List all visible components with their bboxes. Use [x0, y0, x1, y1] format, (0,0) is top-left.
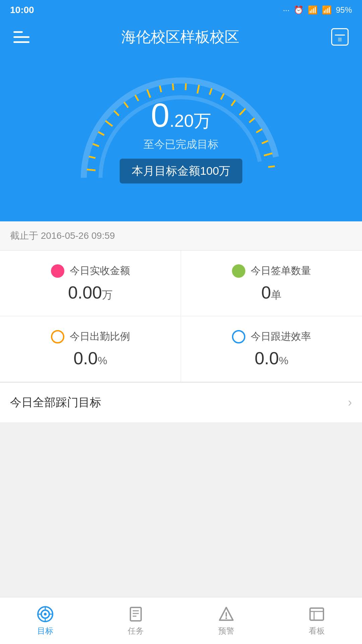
- dots-icon: ···: [283, 5, 290, 15]
- target-icon: [37, 605, 54, 623]
- svg-line-3: [93, 144, 99, 146]
- stat-unit-income: 万: [102, 289, 113, 301]
- stat-value-orders: 0单: [261, 282, 282, 303]
- svg-line-21: [264, 153, 272, 156]
- svg-line-5: [106, 121, 113, 126]
- gauge-center: 0.20万 至今已完成目标 本月目标金额100万: [120, 98, 243, 183]
- stat-label-row-followup: 今日跟进效率: [232, 330, 311, 343]
- gauge-target-badge: 本月目标金额100万: [120, 159, 243, 183]
- nav-item-warning[interactable]: 预警: [181, 597, 272, 644]
- section-header[interactable]: 今日全部踩门目标 ›: [0, 382, 362, 422]
- menu-line-2: [13, 36, 29, 38]
- status-bar: 10:00 ··· ⏰ 📶 📶 95%: [0, 0, 362, 20]
- gauge-main-value: 0: [151, 96, 170, 134]
- stat-value-attendance: 0.0%: [73, 348, 107, 368]
- section-title: 今日全部踩门目标: [10, 395, 101, 410]
- svg-rect-31: [130, 607, 141, 621]
- gauge-value: 0.20万: [120, 98, 243, 132]
- gauge-decimal-value: .20万: [170, 111, 211, 130]
- nav-label-target: 目标: [37, 626, 53, 636]
- stat-label-followup: 今日跟进效率: [251, 330, 311, 343]
- stat-number-followup: 0.0: [255, 348, 279, 368]
- stat-cell-orders: 今日签单数量 0单: [181, 251, 362, 316]
- stat-cell-followup: 今日跟进效率 0.0%: [181, 316, 362, 382]
- signal-icon: 📶: [322, 5, 332, 15]
- stat-unit-orders: 单: [271, 289, 282, 301]
- svg-line-14: [209, 88, 212, 95]
- stat-label-income: 今日实收金额: [70, 264, 130, 278]
- svg-line-12: [186, 83, 186, 90]
- stat-unit-attendance: %: [98, 355, 107, 367]
- gauge-container: 0.20万 至今已完成目标 本月目标金额100万: [67, 67, 295, 201]
- wifi-icon: 📶: [308, 5, 318, 15]
- timestamp-bar: 截止于 2016-05-26 09:59: [0, 221, 362, 251]
- stat-cell-income: 今日实收金额 0.00万: [0, 251, 181, 316]
- status-time: 10:00: [10, 5, 34, 15]
- menu-line-3: [13, 41, 29, 43]
- svg-line-2: [89, 157, 95, 158]
- stat-value-followup: 0.0%: [255, 348, 289, 368]
- calendar-button[interactable]: [331, 28, 349, 46]
- svg-line-10: [160, 86, 161, 92]
- dot-pink: [51, 264, 64, 278]
- stats-grid: 今日实收金额 0.00万 今日签单数量 0单 今日出勤比例 0.0% 今日跟进效…: [0, 251, 362, 382]
- svg-line-13: [197, 85, 199, 94]
- stat-label-attendance: 今日出勤比例: [70, 330, 130, 343]
- top-navigation: 海伦校区样板校区: [0, 20, 362, 54]
- svg-line-20: [262, 141, 268, 144]
- chevron-right-icon: ›: [348, 395, 352, 410]
- gauge-section: 0.20万 至今已完成目标 本月目标金额100万: [0, 54, 362, 221]
- gauge-subtitle: 至今已完成目标: [120, 137, 243, 152]
- status-icons: ··· ⏰ 📶 📶 95%: [283, 5, 352, 15]
- nav-label-board: 看板: [309, 626, 325, 636]
- svg-line-1: [87, 169, 96, 170]
- stat-value-income: 0.00万: [68, 282, 113, 303]
- menu-button[interactable]: [13, 31, 29, 43]
- page-title: 海伦校区样板校区: [121, 27, 239, 47]
- dot-blue: [232, 330, 245, 343]
- svg-line-9: [147, 90, 150, 98]
- nav-item-board[interactable]: 看板: [272, 597, 362, 644]
- battery-label: 95%: [336, 5, 352, 15]
- stat-number-income: 0.00: [68, 283, 102, 302]
- svg-point-37: [226, 617, 227, 619]
- warning-icon: [218, 605, 235, 623]
- svg-line-11: [173, 84, 173, 90]
- task-icon: [127, 605, 144, 623]
- svg-rect-38: [310, 608, 323, 620]
- alarm-icon: ⏰: [294, 5, 304, 15]
- nav-item-task[interactable]: 任务: [90, 597, 181, 644]
- stat-cell-attendance: 今日出勤比例 0.0%: [0, 316, 181, 382]
- stat-number-orders: 0: [261, 283, 271, 302]
- stat-label-orders: 今日签单数量: [251, 264, 311, 278]
- menu-line-1: [13, 31, 23, 33]
- timestamp-text: 截止于 2016-05-26 09:59: [10, 230, 115, 241]
- dot-green: [232, 264, 245, 278]
- svg-line-19: [256, 129, 262, 132]
- svg-point-26: [44, 613, 47, 615]
- svg-line-22: [268, 166, 275, 167]
- stat-label-row-income: 今日实收金额: [51, 264, 130, 278]
- nav-label-task: 任务: [128, 626, 144, 636]
- nav-label-warning: 预警: [218, 626, 234, 636]
- dot-orange: [51, 330, 64, 343]
- stat-label-row-attendance: 今日出勤比例: [51, 330, 130, 343]
- nav-item-target[interactable]: 目标: [0, 597, 90, 644]
- svg-line-4: [98, 132, 104, 135]
- stat-number-attendance: 0.0: [73, 348, 98, 368]
- stat-unit-followup: %: [279, 355, 288, 367]
- svg-line-6: [114, 111, 119, 116]
- svg-line-18: [249, 118, 255, 123]
- board-icon: [308, 605, 325, 623]
- stat-label-row-orders: 今日签单数量: [232, 264, 311, 278]
- bottom-navigation: 目标 任务 预警 看板: [0, 597, 362, 644]
